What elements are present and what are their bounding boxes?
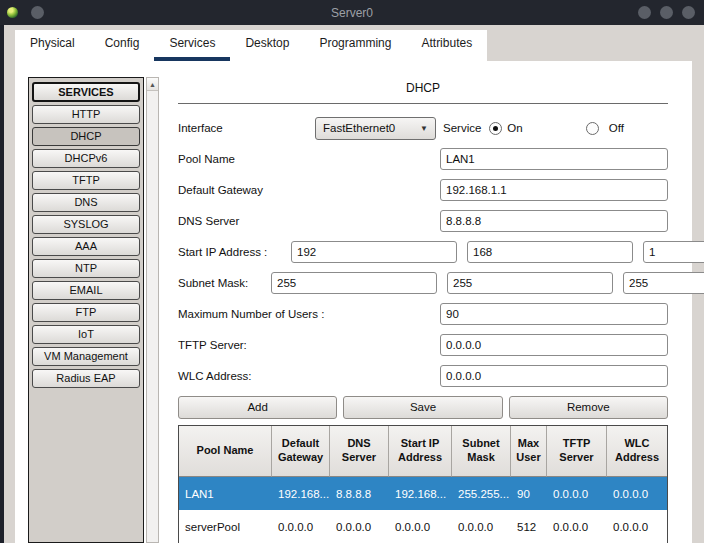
action-buttons: Add Save Remove [178,396,668,419]
subnet-mask-octet-2[interactable] [447,272,613,294]
sidebar-item[interactable]: IoT [32,325,140,344]
interface-label: Interface [178,122,315,134]
pool-table-cell[interactable]: 0.0.0.0 [452,510,511,543]
pool-table-header-cell[interactable]: Pool Name [179,426,272,477]
pool-table-cell[interactable]: 255.255... [452,477,511,510]
pool-name-label: Pool Name [178,153,440,165]
default-gateway-row: Default Gateway [178,179,668,201]
pool-table-header-cell[interactable]: Default Gateway [272,426,330,477]
pool-table-cell[interactable]: 0.0.0.0 [389,510,452,543]
window-menu-button[interactable] [31,6,44,19]
start-ip-octet-1[interactable] [291,241,457,263]
tab[interactable]: Services [154,30,230,61]
tab[interactable]: Physical [15,30,90,61]
tab[interactable]: Config [90,30,155,61]
dhcp-panel: DHCP Interface FastEthernet0 ▼ Service O… [178,77,668,543]
start-ip-row: Start IP Address : [178,241,668,263]
max-users-row: Maximum Number of Users : [178,303,668,325]
maximize-button[interactable] [660,6,673,19]
sidebar-item[interactable]: Radius EAP [32,369,140,388]
default-gateway-label: Default Gateway [178,184,440,196]
pool-table-header-cell[interactable]: DNS Server [330,426,389,477]
subnet-mask-octet-3[interactable] [623,272,704,294]
tftp-server-row: TFTP Server: [178,334,668,356]
pool-table-header-cell[interactable]: Start IP Address [389,426,452,477]
service-on-label: On [507,122,522,134]
subnet-mask-label: Subnet Mask: [178,277,271,289]
heading-divider [178,103,668,104]
dhcp-pool-table: Pool Name Default Gateway DNS Server Sta… [178,425,668,543]
start-ip-octet-3[interactable] [643,241,704,263]
pool-table-cell[interactable]: 192.168... [389,477,452,510]
sidebar-scrollbar[interactable]: ▲ [146,77,159,543]
pool-table-cell[interactable]: 0.0.0.0 [547,510,607,543]
pool-table-cell[interactable]: 0.0.0.0 [607,510,667,543]
sidebar-item[interactable]: VM Management [32,347,140,366]
add-button[interactable]: Add [178,396,337,419]
sidebar-item[interactable]: FTP [32,303,140,322]
pool-table-cell[interactable]: 0.0.0.0 [607,477,667,510]
tab[interactable]: Programming [304,30,406,61]
pool-table-row-lan1[interactable]: LAN1 192.168... 8.8.8.8 192.168... 255.2… [179,477,667,510]
subnet-mask-octet-1[interactable] [271,272,437,294]
dhcp-form: Interface FastEthernet0 ▼ Service On Off [178,117,668,387]
title-bar[interactable]: Server0 [0,0,704,25]
sidebar-item[interactable]: DHCP [32,127,140,146]
pool-name-input[interactable] [440,148,668,170]
window-controls [638,6,695,19]
tftp-server-label: TFTP Server: [178,339,440,351]
close-button[interactable] [682,6,695,19]
sidebar-item[interactable]: DHCPv6 [32,149,140,168]
interface-row: Interface FastEthernet0 ▼ Service On Off [178,117,668,139]
max-users-input[interactable] [440,303,668,325]
service-off-radio[interactable] [586,122,599,135]
sidebar-item[interactable]: AAA [32,237,140,256]
subnet-mask-row: Subnet Mask: [178,272,668,294]
pool-table-cell[interactable]: 8.8.8.8 [330,477,389,510]
minimize-button[interactable] [638,6,651,19]
subnet-mask-octets [271,272,704,294]
pool-table-cell[interactable]: 0.0.0.0 [272,510,330,543]
pool-table-row-serverpool[interactable]: serverPool 0.0.0.0 0.0.0.0 0.0.0.0 0.0.0… [179,510,667,543]
service-on-radio[interactable] [489,122,502,135]
pool-table-header-cell[interactable]: Subnet Mask [452,426,511,477]
service-off-group: Off [586,122,624,135]
save-button[interactable]: Save [343,396,502,419]
pool-table-cell[interactable]: 512 [511,510,547,543]
dns-server-input[interactable] [440,210,668,232]
tab[interactable]: Desktop [230,30,304,61]
pool-table-cell[interactable]: serverPool [179,510,272,543]
tftp-server-input[interactable] [440,334,668,356]
start-ip-octet-2[interactable] [467,241,633,263]
default-gateway-input[interactable] [440,179,668,201]
tab[interactable]: Attributes [406,30,487,61]
pool-table-header-cell[interactable]: WLC Address [607,426,667,477]
sidebar-item[interactable]: SYSLOG [32,215,140,234]
services-sidebar: SERVICES HTTP DHCP DHCPv6 TFTP DNS SYSLO… [28,77,144,543]
sidebar-item[interactable]: TFTP [32,171,140,190]
packet-tracer-app-icon [7,7,18,18]
service-off-label: Off [609,122,624,134]
start-ip-octets [291,241,704,263]
interface-select[interactable]: FastEthernet0 ▼ [315,117,436,140]
services-header: SERVICES [32,82,140,102]
scroll-up-icon[interactable]: ▲ [147,78,158,91]
pool-table-cell[interactable]: LAN1 [179,477,272,510]
sidebar-item[interactable]: HTTP [32,105,140,124]
wlc-address-row: WLC Address: [178,365,668,387]
wlc-address-label: WLC Address: [178,370,440,382]
pool-table-header-cell[interactable]: Max User [511,426,547,477]
pool-table-cell[interactable]: 192.168... [272,477,330,510]
remove-button[interactable]: Remove [509,396,668,419]
wlc-address-input[interactable] [440,365,668,387]
interface-selected-value: FastEthernet0 [323,122,395,134]
pool-table-header-cell[interactable]: TFTP Server [547,426,607,477]
pool-table-cell[interactable]: 0.0.0.0 [547,477,607,510]
start-ip-label: Start IP Address : [178,246,291,258]
server-dialog-window: Server0 Physical Config Services Desktop… [0,0,704,543]
pool-table-cell[interactable]: 90 [511,477,547,510]
pool-table-cell[interactable]: 0.0.0.0 [330,510,389,543]
sidebar-item[interactable]: NTP [32,259,140,278]
sidebar-item[interactable]: EMAIL [32,281,140,300]
sidebar-item[interactable]: DNS [32,193,140,212]
